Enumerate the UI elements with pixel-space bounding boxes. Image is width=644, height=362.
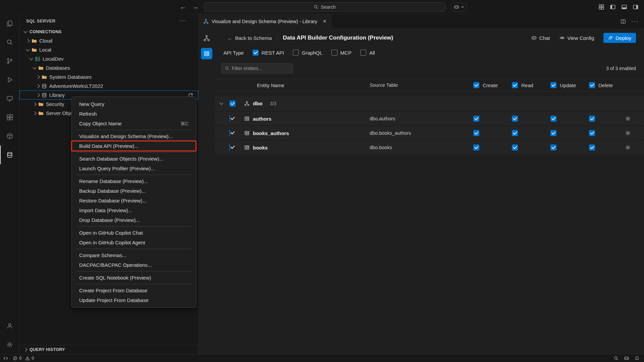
- create-all-checkbox[interactable]: [473, 82, 479, 88]
- database-projects-activity-button[interactable]: [0, 127, 19, 145]
- copilot-icon[interactable]: [624, 356, 629, 361]
- toggle-sidebar-icon[interactable]: [610, 4, 616, 10]
- back-to-schema-link[interactable]: ← Back to Schema: [227, 35, 272, 41]
- menu-item-compare-schemas[interactable]: Compare Schemas...: [72, 250, 196, 260]
- read-checkbox[interactable]: [512, 130, 518, 136]
- update-checkbox[interactable]: [550, 130, 556, 136]
- chevron-down-icon[interactable]: [219, 101, 223, 105]
- read-checkbox[interactable]: [512, 144, 518, 150]
- bell-icon[interactable]: [635, 356, 639, 361]
- remote-indicator-icon[interactable]: [3, 356, 8, 361]
- explorer-activity-button[interactable]: [0, 14, 19, 33]
- read-all-checkbox[interactable]: [512, 82, 518, 88]
- customize-layout-icon[interactable]: [598, 4, 604, 10]
- graphql-checkbox[interactable]: [293, 50, 299, 56]
- menu-item-create-project-from-database[interactable]: Create Project From Database: [72, 286, 196, 295]
- menu-item-backup-database[interactable]: Backup Database (Preview)...: [72, 186, 196, 196]
- menu-item-launch-query-profiler[interactable]: Launch Query Profiler (Preview)...: [72, 164, 196, 173]
- source-control-activity-button[interactable]: [0, 52, 19, 70]
- settings-button[interactable]: [0, 335, 19, 354]
- close-icon[interactable]: ×: [323, 18, 326, 25]
- remote-explorer-activity-button[interactable]: [0, 89, 19, 108]
- entity-row-books[interactable]: books dbo.books: [215, 141, 644, 154]
- menu-item-build-data-api[interactable]: Build Data API (Preview)...: [72, 141, 196, 151]
- delete-all-checkbox[interactable]: [589, 82, 595, 88]
- menu-item-import-data[interactable]: Import Data (Preview)...: [72, 205, 196, 215]
- chat-button[interactable]: Chat: [531, 35, 550, 41]
- update-checkbox[interactable]: [550, 116, 556, 122]
- row-settings-gear-icon[interactable]: [625, 116, 631, 121]
- group-select-checkbox[interactable]: [229, 101, 235, 107]
- chevron-right-icon: [36, 93, 40, 97]
- split-editor-icon[interactable]: [621, 19, 626, 24]
- row-select-checkbox[interactable]: [229, 130, 230, 136]
- api-option-rest[interactable]: REST API: [253, 50, 284, 56]
- row-settings-gear-icon[interactable]: [625, 130, 631, 136]
- create-checkbox[interactable]: [473, 144, 479, 150]
- filter-entities-input[interactable]: [232, 66, 285, 71]
- delete-checkbox[interactable]: [589, 116, 595, 122]
- menu-item-refresh[interactable]: Refresh: [72, 109, 196, 119]
- menu-item-copy-object-name[interactable]: Copy Object Name ⌘C: [72, 119, 196, 128]
- toggle-panel-icon[interactable]: [621, 4, 627, 10]
- delete-checkbox[interactable]: [589, 130, 595, 136]
- menu-item-create-sql-notebook[interactable]: Create SQL Notebook (Preview): [72, 273, 196, 283]
- read-checkbox[interactable]: [512, 116, 518, 122]
- schema-group-row[interactable]: dbo 3/3: [215, 96, 644, 111]
- mcp-checkbox[interactable]: [331, 50, 337, 56]
- zoom-icon[interactable]: [614, 356, 619, 361]
- schema-diagram-view-button[interactable]: [201, 33, 212, 44]
- command-center-search[interactable]: Search: [204, 2, 445, 12]
- menu-item-rename-database[interactable]: Rename Database (Preview)...: [72, 176, 196, 186]
- update-checkbox[interactable]: [550, 144, 556, 150]
- tree-item-localdev[interactable]: LocalDev: [19, 54, 198, 63]
- menu-item-new-query[interactable]: New Query: [72, 99, 196, 109]
- menu-item-restore-database[interactable]: Restore Database (Preview)...: [72, 196, 196, 205]
- run-debug-activity-button[interactable]: [0, 70, 19, 89]
- tab-visualize-design-schema[interactable]: Visualize and Design Schema (Preview) - …: [199, 14, 331, 28]
- deploy-button[interactable]: Deploy: [603, 33, 636, 43]
- connections-section-header[interactable]: CONNECTIONS: [19, 27, 198, 36]
- tree-item-system-databases[interactable]: System Databases: [19, 72, 198, 81]
- api-option-mcp[interactable]: MCP: [331, 50, 352, 56]
- menu-item-update-project-from-database[interactable]: Update Project From Database: [72, 295, 196, 305]
- rest-api-checkbox[interactable]: [253, 50, 259, 56]
- sql-server-activity-button[interactable]: [0, 145, 19, 164]
- create-checkbox[interactable]: [473, 130, 479, 136]
- row-select-checkbox[interactable]: [229, 115, 230, 122]
- view-config-button[interactable]: View Config: [559, 35, 594, 41]
- data-api-config-view-button[interactable]: [201, 48, 212, 59]
- menu-item-visualize-design-schema[interactable]: Visualize and Design Schema (Preview)...: [72, 131, 196, 141]
- extensions-activity-button[interactable]: [0, 108, 19, 127]
- row-settings-gear-icon[interactable]: [625, 145, 631, 150]
- update-all-checkbox[interactable]: [550, 82, 556, 88]
- menu-item-dacpac-bacpac-operations[interactable]: DACPAC/BACPAC Operations...: [72, 260, 196, 270]
- sidebar-more-actions-button[interactable]: ···: [179, 18, 187, 24]
- filter-entities-box[interactable]: [221, 63, 293, 73]
- toggle-secondary-sidebar-icon[interactable]: [633, 4, 639, 10]
- menu-item-open-copilot-agent[interactable]: Open in GitHub Copilot Agent: [72, 238, 196, 247]
- back-arrow-icon[interactable]: ←: [180, 3, 186, 11]
- more-actions-icon[interactable]: ···: [631, 18, 639, 24]
- tree-item-cloud[interactable]: Cloud: [19, 36, 198, 45]
- tree-item-adventureworkslt2022[interactable]: AdventureWorksLT2022: [19, 81, 198, 90]
- menu-item-drop-database[interactable]: Drop Database (Preview)...: [72, 215, 196, 225]
- menu-item-search-database-objects[interactable]: Search Database Objects (Preview)...: [72, 154, 196, 164]
- tree-item-databases[interactable]: Databases: [19, 63, 198, 72]
- entity-row-books-authors[interactable]: books_authors dbo.books_authors: [215, 126, 644, 140]
- tree-item-local[interactable]: Local: [19, 45, 198, 54]
- search-activity-button[interactable]: [0, 33, 19, 52]
- forward-arrow-icon[interactable]: →: [192, 3, 199, 11]
- copilot-menu-button[interactable]: [451, 3, 467, 11]
- problems-indicator[interactable]: 0 0: [13, 356, 34, 361]
- api-option-graphql[interactable]: GraphQL: [293, 50, 323, 56]
- create-checkbox[interactable]: [473, 116, 479, 122]
- all-checkbox[interactable]: [360, 50, 366, 56]
- delete-checkbox[interactable]: [589, 144, 595, 150]
- entity-row-authors[interactable]: authors dbo.authors: [215, 112, 644, 125]
- row-select-checkbox[interactable]: [229, 144, 230, 150]
- query-history-header[interactable]: QUERY HISTORY: [19, 345, 198, 354]
- accounts-button[interactable]: [0, 316, 19, 335]
- menu-item-open-copilot-chat[interactable]: Open in GitHub Copilot Chat: [72, 228, 196, 238]
- api-option-all[interactable]: All: [360, 50, 375, 56]
